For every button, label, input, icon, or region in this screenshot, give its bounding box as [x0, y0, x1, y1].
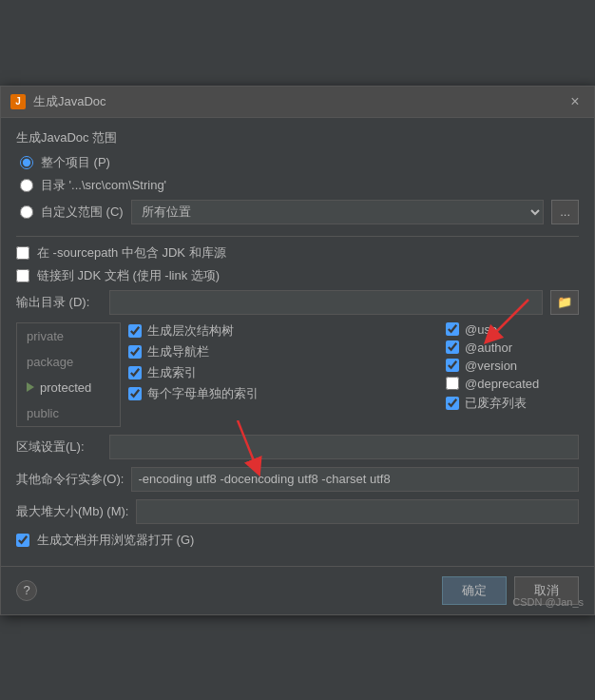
scope-custom-radio[interactable]: [20, 205, 33, 219]
tags-panel: @use @author @version @deprecated: [446, 322, 579, 427]
scope-custom-row: 自定义范围 (C) 所有位置 ...: [20, 200, 579, 224]
scope-dir-row: 目录 '...\src\com\String': [20, 177, 579, 194]
gen-opt-0: 生成层次结构树: [128, 322, 438, 340]
visibility-public[interactable]: public: [17, 400, 120, 426]
app-icon: J: [10, 94, 26, 109]
generate-options-panel: 生成层次结构树 生成导航栏 生成索引 每个字母单独的索引: [128, 322, 438, 427]
dialog-content: 生成JavaDoc 范围 整个项目 (P) 目录 '...\src\com\St…: [1, 118, 594, 566]
tag-use: @use: [446, 322, 579, 337]
locale-input[interactable]: [109, 435, 579, 459]
tag-use-checkbox[interactable]: [446, 322, 459, 336]
include-sourcepath-row: 在 -sourcepath 中包含 JDK 和库源: [16, 244, 579, 262]
gen-opt-1-label: 生成导航栏: [147, 343, 209, 360]
max-heap-input[interactable]: [136, 499, 579, 524]
dialog-title: 生成JavaDoc: [33, 93, 106, 110]
extra-args-input[interactable]: [131, 467, 579, 492]
max-heap-label: 最大堆大小(Mb) (M):: [16, 503, 128, 520]
gen-opt-3: 每个字母单独的索引: [128, 385, 438, 402]
scope-project-row: 整个项目 (P): [20, 154, 579, 171]
tag-deprecated-list-label: 已废弃列表: [465, 395, 527, 412]
tag-use-label: @use: [465, 322, 497, 337]
tag-deprecated-label: @deprecated: [465, 377, 539, 391]
link-jdk-row: 链接到 JDK 文档 (使用 -link 选项): [16, 267, 579, 284]
tag-version: @version: [446, 359, 579, 373]
watermark: CSDN @Jan_s: [512, 596, 584, 608]
locale-row: 区域设置(L):: [16, 435, 579, 459]
main-area: private package protected public: [16, 322, 579, 427]
max-heap-row: 最大堆大小(Mb) (M):: [16, 499, 579, 524]
gen-opt-0-checkbox[interactable]: [128, 324, 142, 338]
gen-opt-1-checkbox[interactable]: [128, 345, 142, 359]
tag-deprecated: @deprecated: [446, 377, 579, 391]
open-browser-checkbox[interactable]: [16, 534, 29, 547]
scope-radio-group: 整个项目 (P) 目录 '...\src\com\String' 自定义范围 (…: [16, 154, 579, 224]
link-jdk-label: 链接到 JDK 文档 (使用 -link 选项): [37, 267, 220, 284]
visibility-panel: private package protected public: [16, 322, 121, 427]
locale-label: 区域设置(L):: [16, 438, 102, 456]
tag-version-checkbox[interactable]: [446, 359, 459, 372]
output-dir-browse-btn[interactable]: 📁: [550, 290, 579, 315]
output-dir-row: 输出目录 (D): 📁: [16, 290, 579, 315]
gen-opt-0-label: 生成层次结构树: [147, 322, 234, 340]
gen-opt-2: 生成索引: [128, 364, 438, 381]
gen-opt-2-label: 生成索引: [147, 364, 197, 381]
visibility-package[interactable]: package: [17, 349, 120, 375]
tag-deprecated-list-checkbox[interactable]: [446, 397, 459, 410]
tag-author-checkbox[interactable]: [446, 340, 459, 354]
scope-dir-radio[interactable]: [20, 179, 33, 192]
scope-project-radio[interactable]: [20, 156, 33, 169]
visibility-protected[interactable]: protected: [17, 375, 120, 400]
tag-author: @author: [446, 340, 579, 355]
divider-1: [16, 236, 579, 237]
custom-range-browse-btn[interactable]: ...: [551, 200, 579, 224]
scope-project-label: 整个项目 (P): [41, 154, 110, 171]
close-button[interactable]: ×: [566, 92, 585, 111]
gen-opt-1: 生成导航栏: [128, 343, 438, 360]
extra-args-row: 其他命令行实参(O):: [16, 467, 579, 492]
link-jdk-checkbox[interactable]: [16, 269, 29, 282]
title-bar: J 生成JavaDoc ×: [1, 87, 594, 118]
open-browser-label: 生成文档并用浏览器打开 (G): [37, 532, 194, 549]
visibility-private[interactable]: private: [17, 323, 120, 349]
custom-range-select[interactable]: 所有位置: [131, 200, 544, 224]
tag-deprecated-list: 已废弃列表: [446, 395, 579, 412]
bottom-bar: ? 确定 取消: [1, 566, 594, 614]
include-sourcepath-checkbox[interactable]: [16, 246, 29, 260]
tag-author-label: @author: [465, 340, 512, 355]
include-sourcepath-label: 在 -sourcepath 中包含 JDK 和库源: [37, 244, 226, 262]
javadoc-dialog: J 生成JavaDoc × 生成JavaDoc 范围 整个项目 (P) 目录 '…: [0, 86, 595, 615]
tag-deprecated-checkbox[interactable]: [446, 377, 459, 390]
title-bar-left: J 生成JavaDoc: [10, 93, 106, 110]
confirm-button[interactable]: 确定: [442, 576, 507, 605]
help-button[interactable]: ?: [16, 580, 37, 601]
open-browser-row: 生成文档并用浏览器打开 (G): [16, 532, 579, 549]
output-dir-input[interactable]: [109, 290, 543, 315]
gen-opt-3-checkbox[interactable]: [128, 387, 142, 400]
gen-opt-2-checkbox[interactable]: [128, 366, 142, 379]
extra-args-label: 其他命令行实参(O):: [16, 471, 124, 488]
scope-custom-label: 自定义范围 (C): [41, 204, 124, 221]
scope-dir-label: 目录 '...\src\com\String': [41, 177, 166, 194]
scope-section-title: 生成JavaDoc 范围: [16, 129, 579, 146]
tag-version-label: @version: [465, 359, 517, 373]
arrow-protected: [27, 382, 34, 392]
output-dir-label: 输出目录 (D):: [16, 294, 102, 311]
gen-opt-3-label: 每个字母单独的索引: [147, 385, 259, 402]
